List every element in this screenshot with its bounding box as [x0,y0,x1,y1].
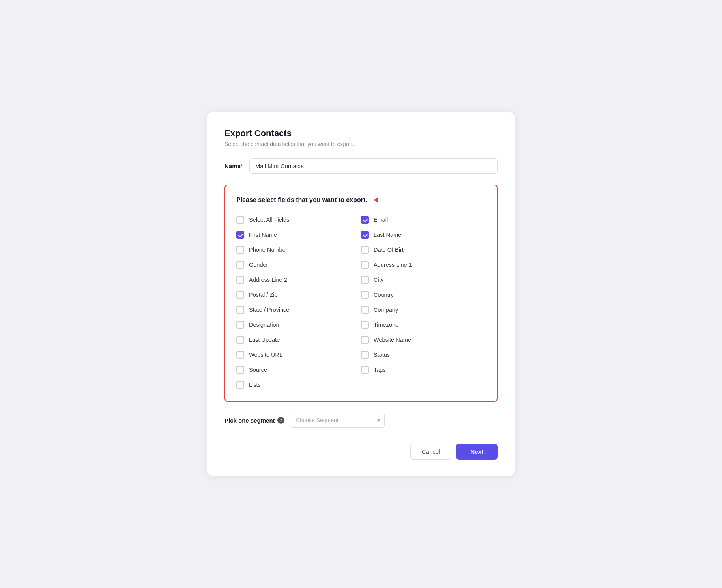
name-row: Name* [224,158,498,174]
checkbox-item-website_url[interactable]: Website URL [236,347,361,362]
checkbox-last_name[interactable] [361,231,369,239]
fields-selection-box: Please select fields that you want to ex… [224,185,498,402]
checkboxes-grid: Select All FieldsEmailFirst NameLast Nam… [236,212,486,392]
checkbox-label-status: Status [374,352,390,358]
checkbox-item-postal_zip[interactable]: Postal / Zip [236,287,361,302]
checkbox-email[interactable] [361,216,369,224]
checkbox-item-gender[interactable]: Gender [236,257,361,272]
checkbox-item-city[interactable]: City [361,272,486,287]
checkbox-website_name[interactable] [361,336,369,344]
checkbox-item-last_update[interactable]: Last Update [236,332,361,347]
checkbox-label-select_all: Select All Fields [249,217,289,223]
checkbox-address_line_1[interactable] [361,261,369,269]
checkbox-item-country[interactable]: Country [361,287,486,302]
checkbox-item-timezone[interactable]: Timezone [361,317,486,332]
checkbox-item-company[interactable]: Company [361,302,486,317]
checkbox-label-gender: Gender [249,262,268,268]
checkbox-item-phone_number[interactable]: Phone Number [236,242,361,257]
checkbox-lists[interactable] [236,381,244,389]
checkbox-label-last_name: Last Name [374,232,401,238]
checkbox-timezone[interactable] [361,321,369,329]
checkbox-label-email: Email [374,217,388,223]
checkbox-last_update[interactable] [236,336,244,344]
checkbox-item-source[interactable]: Source [236,362,361,377]
checkbox-item-lists[interactable]: Lists [236,377,361,392]
checkbox-gender[interactable] [236,261,244,269]
checkbox-item-address_line_2[interactable]: Address Line 2 [236,272,361,287]
cancel-button[interactable]: Cancel [410,444,452,460]
checkbox-phone_number[interactable] [236,246,244,254]
footer-row: Cancel Next [224,444,498,460]
checkbox-label-state_province: State / Province [249,307,289,313]
checkbox-label-tags: Tags [374,367,386,373]
checkbox-source[interactable] [236,366,244,374]
checkbox-website_url[interactable] [236,351,244,359]
modal-title: Export Contacts [224,128,498,139]
next-button[interactable]: Next [456,444,498,460]
export-contacts-modal: Export Contacts Select the contact data … [207,112,515,476]
checkbox-label-company: Company [374,307,398,313]
checkbox-city[interactable] [361,276,369,284]
checkbox-label-address_line_1: Address Line 1 [374,262,412,268]
checkbox-label-lists: Lists [249,382,261,388]
checkbox-label-phone_number: Phone Number [249,247,288,253]
checkbox-select_all[interactable] [236,216,244,224]
checkbox-item-date_of_birth[interactable]: Date Of Birth [361,242,486,257]
segment-select[interactable]: Choose Segment [290,413,385,428]
checkbox-label-city: City [374,277,383,283]
help-icon[interactable]: ? [277,417,284,424]
checkbox-label-timezone: Timezone [374,322,398,328]
segment-row: Pick one segment ? Choose Segment [224,413,498,428]
segment-label: Pick one segment ? [224,417,284,424]
checkbox-item-status[interactable]: Status [361,347,486,362]
fields-header-text: Please select fields that you want to ex… [236,197,367,204]
checkbox-label-address_line_2: Address Line 2 [249,277,287,283]
empty-cell [361,377,486,392]
checkbox-label-postal_zip: Postal / Zip [249,292,278,298]
checkbox-label-source: Source [249,367,267,373]
checkbox-item-select_all[interactable]: Select All Fields [236,212,361,227]
modal-subtitle: Select the contact data fields that you … [224,141,498,147]
checkbox-country[interactable] [361,291,369,299]
checkbox-tags[interactable] [361,366,369,374]
checkbox-date_of_birth[interactable] [361,246,369,254]
checkbox-label-website_url: Website URL [249,352,282,358]
checkbox-company[interactable] [361,306,369,314]
checkbox-item-first_name[interactable]: First Name [236,227,361,242]
checkbox-item-last_name[interactable]: Last Name [361,227,486,242]
checkbox-designation[interactable] [236,321,244,329]
checkbox-item-address_line_1[interactable]: Address Line 1 [361,257,486,272]
segment-select-wrap: Choose Segment [290,413,385,428]
checkbox-item-tags[interactable]: Tags [361,362,486,377]
checkbox-first_name[interactable] [236,231,244,239]
checkbox-item-website_name[interactable]: Website Name [361,332,486,347]
checkbox-label-country: Country [374,292,394,298]
arrow-indicator [374,197,441,203]
fields-header: Please select fields that you want to ex… [236,197,486,204]
checkbox-item-email[interactable]: Email [361,212,486,227]
checkbox-item-designation[interactable]: Designation [236,317,361,332]
checkbox-label-date_of_birth: Date Of Birth [374,247,407,253]
checkbox-label-website_name: Website Name [374,337,411,343]
checkbox-postal_zip[interactable] [236,291,244,299]
name-input[interactable] [249,158,498,174]
checkbox-label-designation: Designation [249,322,279,328]
checkbox-label-first_name: First Name [249,232,277,238]
arrow-line [378,200,441,201]
checkbox-address_line_2[interactable] [236,276,244,284]
name-label: Name* [224,163,243,169]
checkbox-state_province[interactable] [236,306,244,314]
checkbox-label-last_update: Last Update [249,337,280,343]
checkbox-item-state_province[interactable]: State / Province [236,302,361,317]
checkbox-status[interactable] [361,351,369,359]
